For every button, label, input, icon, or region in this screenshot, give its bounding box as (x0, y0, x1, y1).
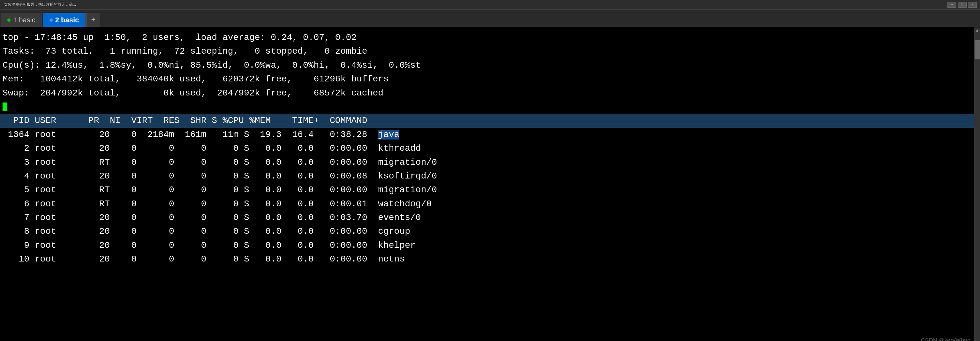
cursor-line (3, 100, 977, 114)
table-row: 2 root 20 0 0 0 0 S 0.0 0.0 0:00.00 kthr… (3, 142, 977, 155)
terminal-area: top - 17:48:45 up 1:50, 2 users, load av… (0, 27, 980, 341)
scrollbar[interactable]: ▲ ▼ (974, 27, 980, 341)
table-row: 9 root 20 0 0 0 0 S 0.0 0.0 0:00.00 khel… (3, 239, 977, 252)
table-row: 4 root 20 0 0 0 0 S 0.0 0.0 0:00.08 ksof… (3, 169, 977, 183)
table-row: 1364 root 20 0 2184m 161m 11m S 19.3 16.… (3, 128, 977, 142)
process-command: kthreadd (378, 143, 421, 153)
table-row: 10 root 20 0 0 0 0 S 0.0 0.0 0:00.00 net… (3, 252, 977, 266)
table-row: 3 root RT 0 0 0 0 S 0.0 0.0 0:00.00 migr… (3, 156, 977, 169)
tab-1-basic[interactable]: 1 basic (1, 13, 42, 27)
tab1-label: 1 basic (13, 16, 35, 24)
tab1-status-dot (7, 19, 11, 22)
tab-bar: 1 basic 2 basic + (0, 10, 980, 27)
table-row: 6 root RT 0 0 0 0 S 0.0 0.0 0:00.01 watc… (3, 197, 977, 211)
process-command: migration/0 (378, 158, 437, 167)
title-text: 女装消费分析报告，热出注册的前天天品... (1, 2, 947, 7)
process-command: netns (378, 254, 405, 264)
close-button[interactable]: ✕ (968, 2, 977, 8)
process-command: cgroup (378, 226, 410, 236)
title-bar: 女装消费分析报告，热出注册的前天天品... — □ ✕ (0, 0, 980, 10)
tab2-label: 2 basic (55, 16, 79, 24)
process-list: 1364 root 20 0 2184m 161m 11m S 19.3 16.… (3, 128, 977, 266)
process-command: ksoftirqd/0 (378, 171, 437, 181)
table-row: 8 root 20 0 0 0 0 S 0.0 0.0 0:00.00 cgro… (3, 225, 977, 238)
add-tab-button[interactable]: + (86, 13, 100, 27)
process-command: migration/0 (378, 185, 437, 195)
tab-2-basic[interactable]: 2 basic (43, 13, 86, 27)
cursor-block (3, 102, 7, 111)
top-stats-line5: Swap: 2047992k total, 0k used, 2047992k … (3, 86, 977, 100)
process-command: events/0 (378, 213, 421, 223)
window-controls[interactable]: — □ ✕ (947, 2, 979, 8)
process-header-row: PID USER PR NI VIRT RES SHR S %CPU %MEM … (0, 114, 980, 127)
maximize-button[interactable]: □ (958, 2, 967, 8)
top-stats-line4: Mem: 1004412k total, 384040k used, 62037… (3, 72, 977, 86)
minimize-button[interactable]: — (947, 2, 956, 8)
table-row: 5 root RT 0 0 0 0 S 0.0 0.0 0:00.00 migr… (3, 183, 977, 197)
top-stats-line3: Cpu(s): 12.4%us, 1.8%sy, 0.0%ni, 85.5%id… (3, 59, 977, 72)
scrollbar-up-arrow[interactable]: ▲ (974, 27, 980, 34)
scrollbar-thumb[interactable] (975, 40, 980, 59)
process-command: khelper (378, 241, 415, 250)
table-row: 7 root 20 0 0 0 0 S 0.0 0.0 0:03.70 even… (3, 211, 977, 225)
watermark: CSDN @java写bug (921, 336, 970, 341)
top-stats-line2: Tasks: 73 total, 1 running, 72 sleeping,… (3, 45, 977, 58)
tab2-status-dot (49, 19, 52, 22)
top-stats-line1: top - 17:48:45 up 1:50, 2 users, load av… (3, 31, 977, 45)
process-command: java (378, 130, 399, 140)
process-command: watchdog/0 (378, 199, 431, 209)
